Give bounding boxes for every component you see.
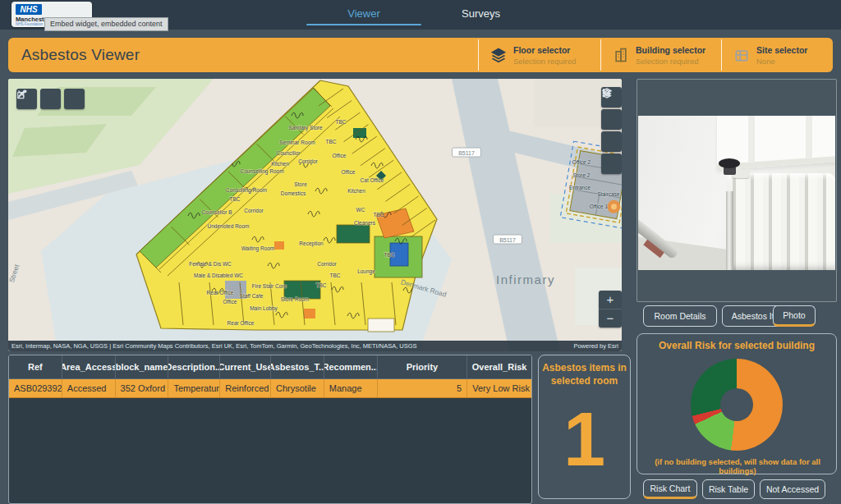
app-header: Asbestos Viewer Floor selector Selection… bbox=[8, 38, 833, 72]
svg-text:TBC: TBC bbox=[316, 282, 327, 288]
page-title: Asbestos Viewer bbox=[21, 38, 140, 72]
svg-text:Office: Office bbox=[342, 169, 356, 175]
svg-text:TBC: TBC bbox=[330, 273, 341, 278]
table-header-row: RefArea_Accessblock_nameDescription...Cu… bbox=[9, 355, 531, 379]
svg-text:Infirmary: Infirmary bbox=[496, 273, 555, 286]
svg-text:Staff Cafe: Staff Cafe bbox=[240, 293, 264, 299]
export-map-button[interactable] bbox=[40, 89, 61, 109]
tab-risk-chart[interactable]: Risk Chart bbox=[643, 479, 697, 499]
svg-text:Female & Dis WC: Female & Dis WC bbox=[189, 261, 232, 267]
site-icon bbox=[733, 47, 750, 63]
svg-text:Consulting Room: Consulting Room bbox=[226, 187, 267, 194]
legend-button[interactable] bbox=[601, 109, 622, 130]
svg-text:Seminar Room: Seminar Room bbox=[279, 140, 315, 145]
svg-text:Store 2: Store 2 bbox=[573, 172, 591, 178]
zoom-out-button[interactable]: − bbox=[599, 309, 622, 328]
layers-icon bbox=[490, 47, 507, 63]
risk-donut-hole bbox=[720, 388, 753, 421]
asbestos-item-photo bbox=[638, 116, 835, 270]
photo-pipe bbox=[726, 191, 733, 270]
attribution-text: Esri, Intermap, NASA, NGA, USGS | Esri C… bbox=[11, 341, 417, 351]
svg-text:TBC: TBC bbox=[384, 252, 395, 258]
svg-text:Main Lobby: Main Lobby bbox=[250, 305, 278, 312]
risk-panel-title: Overall Risk for selected building bbox=[637, 340, 836, 351]
floor-selector[interactable]: Floor selector Selection required bbox=[478, 39, 612, 71]
svg-text:Office 2: Office 2 bbox=[572, 159, 591, 165]
svg-text:Lounge: Lounge bbox=[357, 268, 375, 275]
svg-text:Store: Store bbox=[294, 181, 307, 187]
photo-radiator bbox=[727, 173, 835, 270]
svg-text:WC: WC bbox=[356, 207, 365, 213]
svg-text:Staircase: Staircase bbox=[597, 191, 619, 197]
svg-text:B5117: B5117 bbox=[499, 237, 516, 243]
table-cell: Accessed bbox=[62, 379, 116, 397]
photo-valve-knob bbox=[719, 158, 740, 168]
column-header[interactable]: Recommen... bbox=[324, 355, 378, 378]
svg-text:TBC: TBC bbox=[230, 196, 241, 202]
svg-text:B5117: B5117 bbox=[458, 150, 475, 156]
svg-text:Undenoted Room: Undenoted Room bbox=[208, 223, 250, 229]
svg-text:Rear Office: Rear Office bbox=[207, 290, 234, 296]
site-selector[interactable]: Site selector None bbox=[721, 39, 841, 71]
table-cell: Manage bbox=[324, 379, 378, 397]
selector-value: Selection required bbox=[513, 57, 577, 66]
items-panel: Asbestos items in selected room 1 bbox=[538, 355, 631, 499]
column-header[interactable]: Ref bbox=[9, 355, 62, 378]
map-tools-left bbox=[16, 89, 85, 109]
table-cell: Temperature... bbox=[168, 379, 220, 397]
svg-text:Kitchen: Kitchen bbox=[271, 161, 289, 167]
column-header[interactable]: Priority bbox=[378, 355, 468, 378]
building-selector[interactable]: Building selector Selection required bbox=[600, 39, 733, 71]
svg-text:Store Room: Store Room bbox=[281, 296, 310, 302]
svg-text:Councillor: Councillor bbox=[277, 150, 301, 156]
nhs-logo-mark: NHS bbox=[16, 4, 42, 15]
svg-text:Cat Office: Cat Office bbox=[361, 177, 384, 183]
svg-text:Domestics: Domestics bbox=[281, 190, 306, 196]
selector-label: Floor selector bbox=[513, 45, 577, 55]
map-graphics: TBCSanitary StoreSeminar RoomTBCCouncill… bbox=[8, 79, 622, 351]
risk-panel-caption: (if no building selected, will show data… bbox=[641, 457, 834, 475]
svg-text:Entrance: Entrance bbox=[569, 185, 591, 190]
layers-button[interactable] bbox=[601, 131, 622, 152]
close-tool-button[interactable] bbox=[64, 89, 85, 109]
table-cell: 5 bbox=[378, 379, 468, 397]
table-row[interactable]: ASB029392Accessed352 Oxford ...Temperatu… bbox=[9, 379, 531, 398]
asbestos-table: RefArea_Accessblock_nameDescription...Cu… bbox=[8, 355, 532, 504]
tab-not-accessed[interactable]: Not Accessed bbox=[760, 479, 825, 499]
selector-value: None bbox=[756, 57, 807, 66]
close-icon bbox=[16, 89, 26, 99]
svg-text:Office 1: Office 1 bbox=[590, 204, 609, 209]
zoom-control: + − bbox=[599, 291, 622, 328]
powered-by-esri: Powered by Esri bbox=[573, 341, 618, 351]
svg-text:Sanitary Store: Sanitary Store bbox=[288, 125, 323, 131]
map-attribution: Esri, Intermap, NASA, NGA, USGS | Esri C… bbox=[8, 341, 622, 351]
column-header[interactable]: Area_Access bbox=[62, 355, 116, 378]
tab-viewer[interactable]: Viewer bbox=[306, 0, 421, 28]
map-canvas[interactable]: TBCSanitary StoreSeminar RoomTBCCouncill… bbox=[8, 79, 622, 351]
selector-label: Building selector bbox=[636, 45, 705, 55]
selector-label: Site selector bbox=[756, 45, 807, 55]
table-body: ASB029392Accessed352 Oxford ...Temperatu… bbox=[9, 379, 531, 398]
column-header[interactable]: Current_Use bbox=[220, 355, 271, 378]
svg-text:Corridor: Corridor bbox=[244, 208, 264, 213]
column-header[interactable]: Description... bbox=[168, 355, 220, 378]
photo-panel bbox=[636, 79, 837, 302]
building-icon bbox=[613, 47, 629, 63]
table-cell: Reinforced C... bbox=[220, 379, 271, 397]
svg-text:Counsellor B: Counsellor B bbox=[201, 209, 232, 215]
svg-text:Reception: Reception bbox=[299, 241, 324, 247]
column-header[interactable]: Asbestos_T... bbox=[271, 355, 324, 378]
column-header[interactable]: Overall_Risk bbox=[467, 355, 531, 378]
tab-room-details[interactable]: Room Details bbox=[643, 305, 717, 327]
tab-photo[interactable]: Photo bbox=[773, 305, 816, 327]
selector-value: Selection required bbox=[636, 57, 705, 66]
collapse-left-button[interactable] bbox=[601, 153, 622, 174]
svg-text:Male & Disabled WC: Male & Disabled WC bbox=[194, 273, 243, 278]
tab-risk-table[interactable]: Risk Table bbox=[702, 479, 755, 499]
column-header[interactable]: block_name bbox=[116, 355, 169, 378]
zoom-in-button[interactable]: + bbox=[599, 291, 622, 309]
collapse-left-icon bbox=[601, 87, 613, 99]
svg-text:Corridor: Corridor bbox=[298, 158, 318, 164]
svg-text:TBC: TBC bbox=[374, 212, 384, 218]
tab-surveys[interactable]: Surveys bbox=[442, 0, 520, 28]
